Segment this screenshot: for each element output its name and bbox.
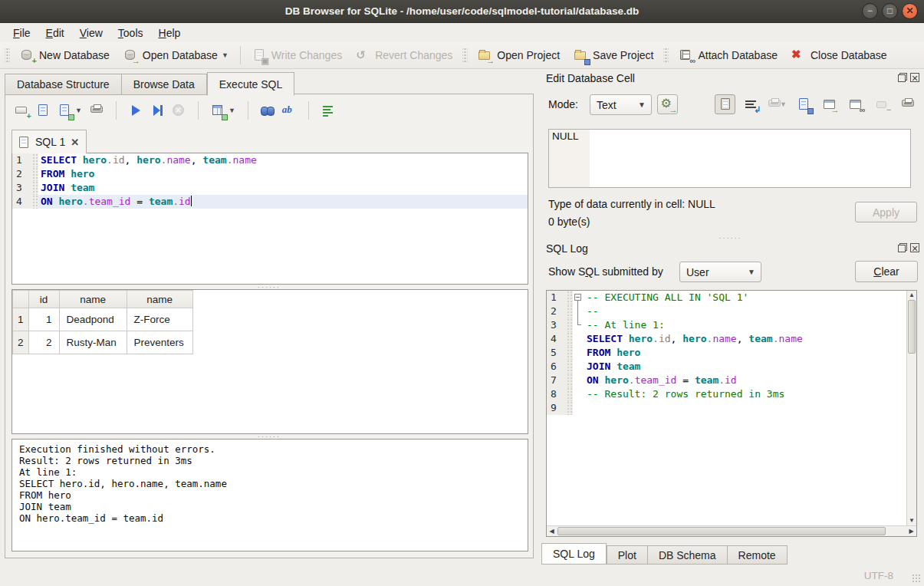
menu-view[interactable]: View: [73, 25, 110, 41]
submitted-by-select[interactable]: User ▼: [679, 262, 761, 282]
sql-editor[interactable]: 1SELECT hero.id, hero.name, team.name2FR…: [12, 153, 528, 285]
execute-current-line-button[interactable]: [150, 104, 164, 117]
close-sql-tab-icon[interactable]: ✕: [71, 137, 79, 148]
open-sql-file-button[interactable]: [36, 104, 50, 117]
scroll-left-icon[interactable]: ◀: [547, 526, 557, 536]
close-dock-icon[interactable]: ✕: [910, 243, 919, 252]
new-database-button[interactable]: +New Database: [13, 45, 117, 65]
corner-header-cell[interactable]: [13, 291, 29, 308]
text-mode-button[interactable]: [715, 94, 735, 114]
table-cell[interactable]: Rusty-Man: [59, 331, 127, 354]
dock-tab-db-schema[interactable]: DB Schema: [648, 545, 728, 565]
resize-grip[interactable]: [912, 574, 921, 583]
table-cell[interactable]: Z-Force: [127, 308, 192, 331]
scrollbar-thumb[interactable]: [908, 300, 916, 354]
attach-database-label: Attach Database: [698, 49, 778, 61]
fold-column[interactable]: [573, 346, 584, 360]
table-cell[interactable]: 2: [28, 331, 59, 354]
execution-log[interactable]: Execution finished without errors.Result…: [12, 439, 528, 551]
scroll-down-icon[interactable]: ▼: [907, 516, 916, 525]
tab-browse-data[interactable]: Browse Data: [122, 74, 207, 95]
float-dock-icon[interactable]: [898, 243, 907, 252]
project-save-icon: [574, 48, 587, 62]
maximize-icon[interactable]: □: [882, 3, 898, 19]
word-wrap-button[interactable]: ↲: [741, 94, 761, 114]
scroll-right-icon[interactable]: ▶: [906, 526, 916, 536]
print-cell-button[interactable]: [897, 94, 918, 114]
attach-database-button[interactable]: ∞Attach Database: [672, 45, 784, 65]
insert-link-button[interactable]: ∞: [845, 94, 866, 114]
revert-changes-button[interactable]: ↺Revert Changes: [349, 45, 459, 65]
close-database-button[interactable]: ✖Close Database: [784, 45, 894, 65]
format-lines-button[interactable]: [321, 104, 335, 117]
close-icon[interactable]: ✕: [902, 3, 918, 19]
dock-tab-sql-log[interactable]: SQL Log: [541, 543, 607, 565]
menu-help[interactable]: Help: [152, 25, 188, 41]
fold-marker-icon[interactable]: −: [574, 294, 581, 301]
menu-file[interactable]: File: [6, 25, 38, 41]
toolbar-handle[interactable]: [663, 47, 669, 64]
vertical-scrollbar[interactable]: ▲ ▼: [906, 291, 916, 525]
minimize-icon[interactable]: −: [862, 3, 878, 19]
fold-column[interactable]: [573, 332, 584, 346]
dropdown-arrow-icon[interactable]: ▼: [222, 51, 229, 59]
print-sql-button[interactable]: [90, 104, 104, 117]
splitter-docks[interactable]: ······: [541, 236, 919, 241]
export-data-button[interactable]: [793, 94, 814, 114]
titlebar[interactable]: DB Browser for SQLite - /home/user/code/…: [0, 0, 924, 23]
row-number-cell[interactable]: 1: [13, 308, 29, 331]
horizontal-scrollbar[interactable]: ◀ ▶: [547, 525, 916, 536]
column-header-id[interactable]: id: [28, 291, 59, 308]
mode-select[interactable]: Text ▼: [590, 94, 652, 115]
auto-switch-mode-button[interactable]: ⚙→: [657, 94, 678, 114]
save-sql-file-button[interactable]: ▼: [58, 104, 82, 117]
close-dock-icon[interactable]: ✕: [910, 73, 919, 82]
execute-all-button[interactable]: [129, 104, 143, 117]
open-database-button[interactable]: →Open Database▼: [117, 45, 235, 65]
dropdown-arrow-icon[interactable]: ▼: [229, 107, 235, 114]
fold-column[interactable]: [573, 318, 584, 332]
log-line: ON hero.team_id = team.id: [19, 512, 521, 524]
float-dock-icon[interactable]: [898, 73, 907, 82]
menu-edit[interactable]: Edit: [39, 25, 71, 41]
find-button[interactable]: [261, 104, 275, 117]
table-cell[interactable]: Preventers: [127, 331, 192, 354]
dock-tab-remote[interactable]: Remote: [728, 545, 788, 565]
find-replace-button[interactable]: ab: [282, 104, 296, 117]
apply-button[interactable]: Apply: [855, 202, 917, 222]
scroll-up-icon[interactable]: ▲: [907, 291, 916, 300]
fold-column[interactable]: [573, 387, 584, 401]
table-cell[interactable]: Deadpond: [59, 308, 127, 331]
import-data-button[interactable]: ▼: [767, 94, 788, 114]
cell-value-editor[interactable]: NULL: [548, 129, 911, 188]
write-changes-button[interactable]: ▣Write Changes: [245, 45, 349, 65]
dock-tab-plot[interactable]: Plot: [607, 545, 648, 565]
scrollbar-thumb[interactable]: [557, 527, 886, 535]
table-cell[interactable]: 1: [28, 308, 59, 331]
clear-log-button[interactable]: Clear: [855, 261, 918, 282]
sql-editor-tab[interactable]: SQL 1 ✕: [12, 130, 87, 153]
column-header-name[interactable]: name: [59, 291, 127, 308]
tab-execute-sql[interactable]: Execute SQL: [207, 72, 295, 96]
open-project-button[interactable]: →Open Project: [471, 45, 567, 65]
dropdown-arrow-icon[interactable]: ▼: [75, 107, 82, 114]
fold-column[interactable]: [573, 360, 584, 374]
tab-database-structure[interactable]: Database Structure: [5, 74, 122, 95]
encoding-status: UTF-8: [864, 570, 893, 581]
new-sql-tab-button[interactable]: +: [15, 104, 28, 117]
stop-execution-button[interactable]: ✕: [172, 104, 186, 117]
save-results-button[interactable]: ▼: [211, 104, 235, 117]
column-header-name[interactable]: name: [127, 291, 192, 308]
save-project-button[interactable]: Save Project: [567, 45, 660, 65]
row-number-cell[interactable]: 2: [13, 331, 29, 354]
fold-column[interactable]: −: [573, 291, 584, 305]
fold-column[interactable]: [573, 305, 584, 318]
set-null-button[interactable]: −: [871, 94, 892, 114]
menu-tools[interactable]: Tools: [111, 25, 150, 41]
toolbar-handle[interactable]: [462, 47, 468, 64]
open-in-external-button[interactable]: →: [819, 94, 840, 114]
toolbar-handle[interactable]: [5, 47, 10, 64]
sql-log-content[interactable]: 1−-- EXECUTING ALL IN 'SQL 1'2--3-- At l…: [547, 291, 906, 525]
fold-column[interactable]: [573, 401, 584, 415]
fold-column[interactable]: [573, 374, 584, 387]
